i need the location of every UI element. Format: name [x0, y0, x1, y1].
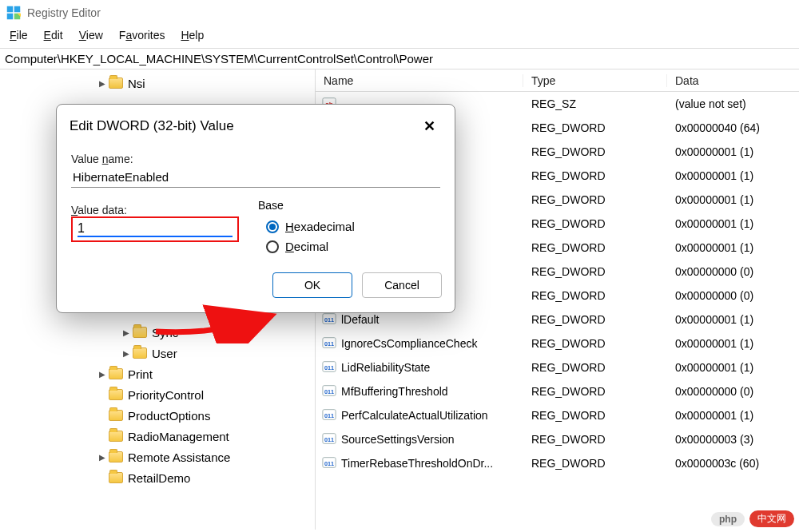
tree-item[interactable]: ▶Print — [0, 363, 315, 384]
address-bar[interactable]: Computer\HKEY_LOCAL_MACHINE\SYSTEM\Curre… — [0, 48, 799, 69]
folder-icon — [109, 472, 123, 483]
chevron-right-icon[interactable]: ▶ — [120, 349, 133, 358]
col-header-data[interactable]: Data — [667, 74, 799, 87]
tree-item[interactable]: ▶User — [0, 343, 315, 363]
value-data-label: Value data: — [71, 204, 239, 216]
list-row[interactable]: 011PerfCalculateActualUtilizationREG_DWO… — [316, 403, 799, 427]
tree-item[interactable]: ▶Sync — [0, 322, 315, 343]
list-header: Name Type Data — [316, 69, 799, 92]
tree-item[interactable]: ▶Nsi — [0, 73, 315, 93]
svg-text:011: 011 — [324, 435, 334, 443]
folder-icon — [109, 451, 123, 463]
chevron-right-icon[interactable]: ▶ — [96, 79, 109, 88]
app-title: Registry Editor — [27, 6, 101, 19]
value-name: lDefault — [341, 313, 379, 326]
radio-hexadecimal[interactable]: Hexadecimal — [258, 216, 440, 236]
tree-item[interactable]: RetailDemo — [0, 467, 315, 488]
base-label: Base — [258, 199, 440, 212]
chevron-right-icon[interactable]: ▶ — [96, 453, 109, 462]
folder-icon — [109, 431, 123, 442]
list-row[interactable]: 011IgnoreCsComplianceCheckREG_DWORD0x000… — [316, 332, 799, 355]
radio-icon — [266, 220, 279, 233]
chevron-right-icon[interactable]: ▶ — [96, 370, 109, 379]
menu-edit[interactable]: Edit — [44, 29, 63, 42]
menu-favorites[interactable]: Favorites — [119, 29, 165, 42]
list-row[interactable]: 011LidReliabilityStateREG_DWORD0x0000000… — [316, 355, 799, 379]
radio-icon — [266, 240, 279, 253]
value-data: 0x00000001 (1) — [667, 409, 799, 422]
tree-item-label: User — [152, 347, 177, 360]
svg-text:011: 011 — [324, 316, 334, 323]
edit-dword-dialog: Edit DWORD (32-bit) Value ✕ Value name: … — [56, 104, 455, 313]
close-icon[interactable]: ✕ — [417, 114, 442, 138]
value-data: (value not set) — [667, 97, 799, 110]
menu-file[interactable]: File — [10, 29, 28, 42]
menu-help[interactable]: Help — [181, 29, 204, 42]
tree-item-label: Print — [128, 367, 153, 381]
value-data: 0x00000003 (3) — [667, 433, 799, 446]
tree-item-label: Sync — [152, 326, 178, 339]
value-data: 0x00000000 (0) — [667, 385, 799, 398]
folder-icon — [109, 389, 123, 400]
value-data: 0x00000040 (64) — [667, 121, 799, 134]
value-type: REG_SZ — [523, 97, 667, 110]
tree-item-label: RetailDemo — [128, 471, 190, 485]
value-data: 0x00000001 (1) — [667, 361, 799, 374]
value-type: REG_DWORD — [523, 409, 667, 422]
tree-item-label: Remote Assistance — [128, 451, 230, 464]
tree-item[interactable]: ▶Remote Assistance — [0, 447, 315, 467]
tree-item[interactable]: ProductOptions — [0, 405, 315, 426]
tree-item-label: ProductOptions — [128, 409, 210, 423]
value-name: TimerRebaseThresholdOnDr... — [341, 457, 493, 470]
value-data: 0x00000001 (1) — [667, 169, 799, 182]
folder-icon — [133, 327, 147, 338]
reg-binary-icon: 011 — [322, 455, 336, 472]
value-type: REG_DWORD — [523, 337, 667, 350]
list-row[interactable]: 011MfBufferingThresholdREG_DWORD0x000000… — [316, 379, 799, 403]
radio-decimal[interactable]: Decimal — [258, 236, 440, 256]
reg-binary-icon: 011 — [322, 312, 336, 328]
value-name: MfBufferingThreshold — [341, 385, 448, 398]
folder-icon — [133, 347, 147, 359]
radio-dec-label: Decimal — [285, 240, 328, 253]
value-type: REG_DWORD — [523, 241, 667, 254]
value-name: SourceSettingsVersion — [341, 433, 455, 446]
value-data: 0x00000001 (1) — [667, 241, 799, 254]
list-row[interactable]: 011TimerRebaseThresholdOnDr...REG_DWORD0… — [316, 451, 799, 475]
reg-binary-icon: 011 — [322, 359, 336, 376]
folder-icon — [109, 368, 123, 379]
value-type: REG_DWORD — [523, 145, 667, 158]
menu-view[interactable]: View — [79, 29, 103, 42]
dialog-title: Edit DWORD (32-bit) Value — [70, 118, 234, 134]
folder-icon — [109, 410, 123, 421]
value-data-input[interactable]: 1 — [78, 221, 233, 237]
tree-item-label: PriorityControl — [128, 388, 204, 402]
svg-text:011: 011 — [324, 387, 334, 395]
value-type: REG_DWORD — [523, 121, 667, 134]
reg-binary-icon: 011 — [322, 407, 336, 424]
svg-text:011: 011 — [324, 411, 334, 419]
chevron-right-icon[interactable]: ▶ — [120, 328, 133, 337]
value-data: 0x0000003c (60) — [667, 457, 799, 470]
reg-binary-icon: 011 — [322, 431, 336, 448]
value-name-input[interactable] — [71, 165, 440, 188]
value-data: 0x00000001 (1) — [667, 193, 799, 206]
tree-item-label: RadioManagement — [128, 430, 229, 443]
value-type: REG_DWORD — [523, 385, 667, 398]
folder-icon — [109, 77, 123, 89]
cancel-button[interactable]: Cancel — [362, 272, 442, 298]
value-type: REG_DWORD — [523, 193, 667, 206]
col-header-name[interactable]: Name — [316, 74, 523, 87]
svg-text:011: 011 — [324, 459, 334, 466]
reg-binary-icon: 011 — [322, 383, 336, 400]
svg-text:011: 011 — [324, 339, 334, 347]
col-header-type[interactable]: Type — [523, 74, 667, 87]
ok-button[interactable]: OK — [272, 272, 352, 298]
registry-editor-icon — [6, 6, 21, 20]
tree-item[interactable]: PriorityControl — [0, 384, 315, 405]
value-type: REG_DWORD — [523, 265, 667, 278]
svg-rect-1 — [14, 6, 21, 13]
svg-rect-0 — [7, 6, 14, 13]
list-row[interactable]: 011SourceSettingsVersionREG_DWORD0x00000… — [316, 427, 799, 451]
tree-item[interactable]: RadioManagement — [0, 426, 315, 447]
